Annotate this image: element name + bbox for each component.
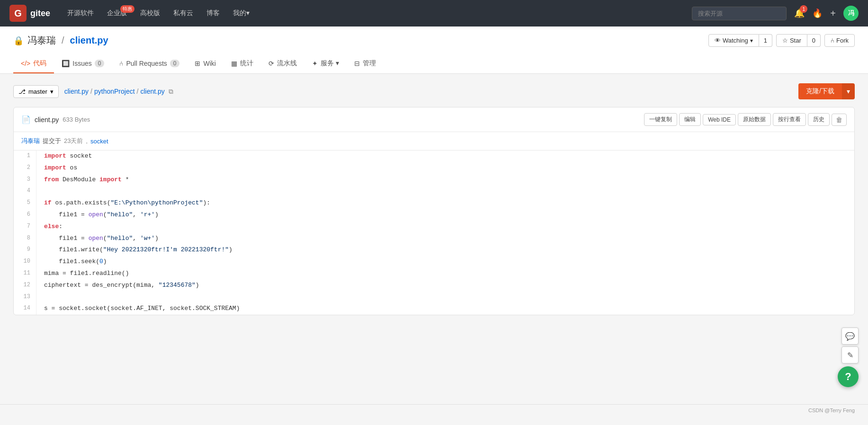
fork-icon: ⑃	[831, 37, 834, 44]
code-view: 1import socket2import os3from DesModule …	[14, 151, 854, 315]
float-edit-button[interactable]: ✎	[841, 346, 859, 363]
wiki-icon: ⊞	[195, 60, 200, 67]
nav-link-blog[interactable]: 博客	[201, 6, 225, 20]
line-content: mima = file1.readline()	[36, 268, 136, 280]
file-name: client.py	[35, 116, 59, 124]
user-avatar[interactable]: 冯	[843, 6, 859, 21]
line-number: 8	[14, 233, 36, 245]
nav-link-mine[interactable]: 我的▾	[227, 6, 255, 20]
breadcrumb-link-1[interactable]: pythonProject	[94, 88, 135, 95]
help-button[interactable]: ?	[838, 366, 859, 387]
copy-path-icon[interactable]: ⧉	[169, 88, 173, 96]
tab-services[interactable]: ✦ 服务 ▾	[304, 54, 347, 73]
clone-dropdown[interactable]: ▾	[842, 83, 855, 99]
line-content: file1.seek(0)	[36, 256, 115, 268]
float-comment-button[interactable]: 💬	[841, 328, 859, 345]
site-logo[interactable]: G gitee	[9, 5, 50, 22]
enterprise-badge: 特惠	[120, 5, 134, 13]
commit-info: 冯泰瑞 提交于 23天前 . socket	[14, 132, 854, 151]
line-number: 11	[14, 268, 36, 280]
file-type-icon: 📄	[21, 115, 31, 124]
tab-pipeline[interactable]: ⟳ 流水线	[261, 54, 304, 73]
edit-icon: ✎	[847, 351, 853, 360]
line-number: 10	[14, 256, 36, 268]
fork-button[interactable]: ⑃ Fork	[824, 34, 855, 47]
star-count[interactable]: 0	[807, 34, 821, 47]
table-row: 11mima = file1.readline()	[14, 268, 854, 280]
fire-icon: 🔥	[812, 8, 823, 18]
line-content	[36, 186, 55, 197]
line-number: 4	[14, 186, 36, 197]
watch-button[interactable]: 👁 Watching ▾	[708, 34, 759, 47]
services-icon: ✦	[312, 60, 318, 67]
pipeline-icon: ⟳	[268, 60, 274, 67]
repo-name[interactable]: client.py	[70, 35, 108, 46]
search-input[interactable]	[692, 7, 787, 20]
clone-chevron-icon: ▾	[847, 88, 850, 95]
tab-code[interactable]: </> 代码	[13, 54, 54, 73]
add-button[interactable]: +	[830, 8, 836, 19]
nav-link-university[interactable]: 高校版	[134, 6, 166, 20]
table-row: 4	[14, 186, 854, 197]
nav-link-enterprise[interactable]: 企业版 特惠	[101, 6, 133, 20]
lock-icon: 🔒	[13, 35, 24, 46]
credit-text: CSDN @Terry Feng	[808, 407, 855, 413]
stats-icon: ▦	[231, 60, 237, 67]
breadcrumb-link-0[interactable]: client.py	[64, 88, 89, 95]
tab-stats[interactable]: ▦ 统计	[224, 54, 261, 73]
file-card: 📄 client.py 633 Bytes 一键复制 编辑 Web IDE 原始…	[13, 107, 855, 315]
line-content: if os.path.exists("E:\Python\pythonProje…	[36, 197, 218, 209]
nav-link-private-cloud[interactable]: 私有云	[168, 6, 199, 20]
site-name: gitee	[30, 9, 50, 18]
line-content	[36, 292, 55, 303]
edit-button[interactable]: 编辑	[679, 113, 701, 126]
logo-icon: G	[9, 5, 27, 22]
raw-button[interactable]: 原始数据	[738, 113, 771, 126]
blame-button[interactable]: 按行查看	[773, 113, 806, 126]
table-row: 12ciphertext = des_encrypt(mima, "123456…	[14, 280, 854, 292]
tab-pullrequests[interactable]: ⑃ Pull Requests 0	[112, 55, 187, 73]
breadcrumb: client.py / pythonProject / client.py ⧉	[64, 88, 173, 96]
repo-title-row: 🔒 冯泰瑞 / client.py 👁 Watching ▾ 1 ☆	[13, 34, 855, 53]
commit-message[interactable]: socket	[90, 138, 108, 145]
table-row: 7else:	[14, 221, 854, 233]
breadcrumb-current: client.py	[140, 88, 164, 95]
table-row: 8 file1 = open("hello", 'w+')	[14, 233, 854, 245]
repo-owner[interactable]: 冯泰瑞	[27, 34, 56, 47]
line-number: 12	[14, 280, 36, 292]
star-button[interactable]: ☆ Star	[776, 34, 807, 47]
branch-selector[interactable]: ⎇ master ▾	[13, 85, 59, 98]
clone-button[interactable]: 克隆/下载	[798, 83, 842, 99]
commit-author[interactable]: 冯泰瑞	[21, 137, 40, 145]
main-content: ⎇ master ▾ client.py / pythonProject / c…	[0, 74, 868, 404]
line-number: 5	[14, 197, 36, 209]
table-row: 1import socket	[14, 151, 854, 162]
commit-action: 提交于	[43, 137, 61, 145]
repo-title: 🔒 冯泰瑞 / client.py	[13, 34, 108, 47]
watch-count[interactable]: 1	[759, 34, 772, 47]
clone-group: 克隆/下载 ▾	[798, 83, 855, 99]
tab-admin[interactable]: ⊟ 管理	[347, 54, 384, 73]
issues-count: 0	[95, 60, 105, 67]
delete-button[interactable]: 🗑	[832, 114, 847, 126]
line-number: 1	[14, 151, 36, 162]
tab-wiki[interactable]: ⊞ Wiki	[187, 55, 223, 73]
activity-icon[interactable]: 🔥	[812, 8, 823, 18]
tab-issues[interactable]: 🔲 Issues 0	[54, 55, 112, 73]
top-navigation: G gitee 开源软件 企业版 特惠 高校版 私有云 博客 我的▾ 🔔 1	[0, 0, 868, 27]
table-row: 2import os	[14, 162, 854, 174]
chevron-down-icon: ▾	[50, 88, 54, 95]
notification-button[interactable]: 🔔 1	[794, 8, 805, 18]
line-content: file1 = open("hello", 'r+')	[36, 209, 166, 221]
line-content: import socket	[36, 151, 99, 162]
table-row: 10 file1.seek(0)	[14, 256, 854, 268]
history-button[interactable]: 历史	[808, 113, 830, 126]
webide-button[interactable]: Web IDE	[703, 114, 736, 125]
line-content: else:	[36, 221, 70, 233]
line-number: 9	[14, 244, 36, 256]
eye-icon: 👁	[715, 37, 721, 44]
nav-link-opensource[interactable]: 开源软件	[62, 6, 99, 20]
line-content: file1.write("Hey 20221320ftr!I'm 2022132…	[36, 244, 240, 256]
admin-icon: ⊟	[354, 60, 360, 67]
copy-all-button[interactable]: 一键复制	[644, 113, 677, 126]
